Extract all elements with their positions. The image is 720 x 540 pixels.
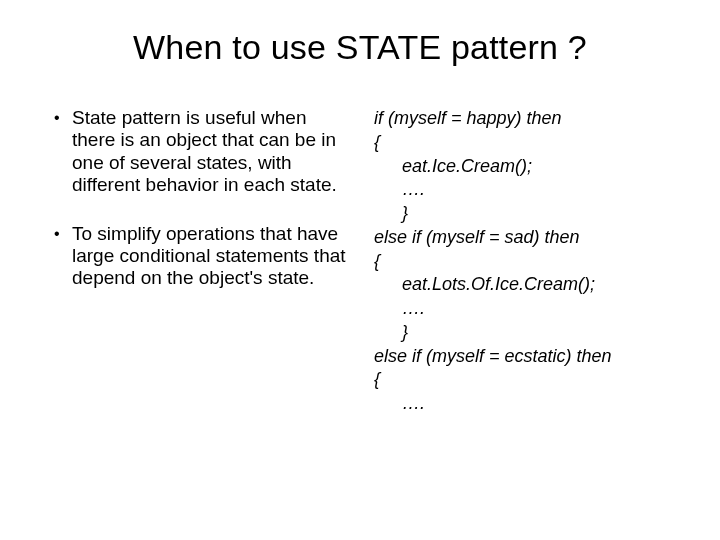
code-line: {: [374, 250, 672, 274]
code-line: {: [374, 368, 672, 392]
code-line: ….: [374, 297, 672, 321]
bullet-text: To simplify operations that have large c…: [72, 223, 352, 290]
content-area: • State pattern is useful when there is …: [48, 107, 672, 416]
bullet-item: • State pattern is useful when there is …: [54, 107, 352, 197]
code-block: if (myself = happy) then { eat.Ice.Cream…: [370, 107, 672, 416]
slide: When to use STATE pattern ? • State patt…: [0, 0, 720, 540]
code-line: }: [374, 321, 672, 345]
code-line: ….: [374, 392, 672, 416]
code-line: else if (myself = ecstatic) then: [374, 345, 672, 369]
bullet-text: State pattern is useful when there is an…: [72, 107, 352, 197]
code-line: eat.Ice.Cream();: [374, 155, 672, 179]
code-line: }: [374, 202, 672, 226]
bullet-icon: •: [54, 107, 72, 197]
left-column: • State pattern is useful when there is …: [48, 107, 352, 416]
code-line: if (myself = happy) then: [374, 107, 672, 131]
code-line: else if (myself = sad) then: [374, 226, 672, 250]
code-line: ….: [374, 178, 672, 202]
slide-title: When to use STATE pattern ?: [48, 28, 672, 67]
bullet-item: • To simplify operations that have large…: [54, 223, 352, 290]
bullet-icon: •: [54, 223, 72, 290]
code-line: {: [374, 131, 672, 155]
code-line: eat.Lots.Of.Ice.Cream();: [374, 273, 672, 297]
